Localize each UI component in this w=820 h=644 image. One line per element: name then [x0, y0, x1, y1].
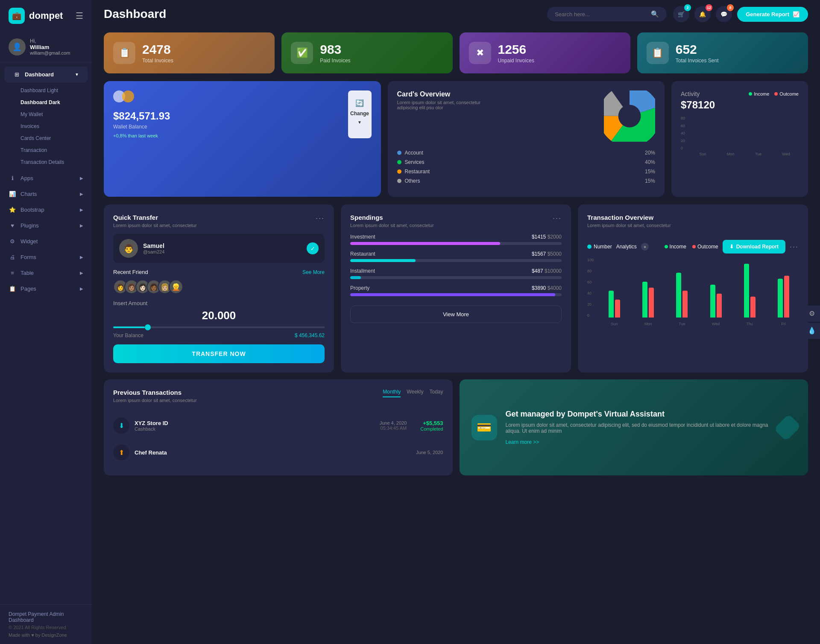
spending-investment-name: Investment: [350, 234, 375, 240]
floating-theme-button[interactable]: 💧: [804, 323, 820, 339]
account-pct: 20%: [645, 150, 655, 156]
forms-label: Forms: [20, 254, 80, 260]
pt-tab-monthly[interactable]: Monthly: [383, 389, 401, 397]
tx-date-2: June 5, 2020: [416, 450, 443, 455]
sidebar-item-transaction-details[interactable]: Transaction Details: [20, 156, 92, 168]
tx-status-1: Completed: [420, 426, 443, 431]
spending-installment-name: Installment: [350, 268, 375, 274]
sidebar-item-forms[interactable]: 🖨 Forms ▶: [0, 249, 92, 265]
restaurant-amt: $1567: [532, 251, 546, 257]
forms-arrow-icon: ▶: [80, 255, 83, 259]
spending-restaurant-header: Restaurant $1567 $5000: [350, 251, 562, 257]
property-fill: [350, 293, 555, 296]
others-label: Others: [405, 178, 420, 184]
tx-icon-2: ⬆: [113, 444, 129, 460]
card-inner: $824,571.93 Wallet Balance +0,8% than la…: [113, 90, 372, 138]
number-filter[interactable]: Number: [587, 244, 612, 250]
va-icon: 💳: [472, 415, 497, 440]
to-menu-icon[interactable]: ···: [790, 242, 799, 251]
hamburger-icon[interactable]: ☰: [76, 11, 83, 21]
bootstrap-icon: ⭐: [9, 207, 16, 213]
generate-report-button[interactable]: Generate Report 📈: [737, 7, 808, 22]
sidebar-item-apps[interactable]: ℹ Apps ▶: [0, 170, 92, 186]
search-input[interactable]: [555, 11, 647, 17]
chat-button[interactable]: 💬 8: [716, 6, 732, 22]
restaurant-label: Restaurant: [405, 169, 430, 175]
to-outcome-label: Outcome: [697, 244, 718, 250]
tx-amount-area-1: +$5,553 Completed: [420, 420, 443, 431]
spending-property: Property $3890 $4000: [350, 285, 562, 296]
arrow-down-icon: ▼: [357, 120, 362, 125]
search-box[interactable]: 🔍: [547, 7, 667, 21]
sidebar-item-dashboard-light[interactable]: Dashboard Light: [20, 85, 92, 96]
sidebar-item-transaction[interactable]: Transaction: [20, 144, 92, 156]
sidebar-item-invoices[interactable]: Invoices: [20, 120, 92, 132]
slider-thumb[interactable]: [145, 324, 151, 330]
va-link[interactable]: Learn more >>: [506, 439, 770, 445]
sidebar-item-charts[interactable]: 📊 Charts ▶: [0, 186, 92, 202]
user-email: william@gmail.com: [30, 50, 70, 55]
prev-transactions-widget: Previous Transactions Lorem ipsum dolor …: [104, 379, 453, 475]
sidebar-item-cards-center[interactable]: Cards Center: [20, 132, 92, 144]
installment-progress: [350, 276, 562, 279]
floating-settings-button[interactable]: ⚙: [804, 306, 820, 322]
sidebar-item-dashboard-dark[interactable]: Dashboard Dark: [20, 96, 92, 108]
legend-services: Services 40%: [397, 159, 656, 165]
outcome-legend-label: Outcome: [779, 91, 799, 96]
spendings-menu-icon[interactable]: ···: [553, 214, 562, 223]
activity-bars: 806040200: [681, 116, 799, 150]
to-y-axis: 100806040200: [587, 258, 598, 318]
balance-label: Your Balance: [113, 332, 144, 338]
pt-header-text: Previous Transactions Lorem ipsum dolor …: [113, 389, 197, 409]
to-bar-thu: [735, 258, 765, 318]
friend-6[interactable]: 👱: [169, 280, 183, 294]
transaction-row-2: ⬆ Chef Renata June 5, 2020: [113, 439, 443, 466]
transaction-overview-widget: Transaction Overview Lorem ipsum dolor s…: [578, 204, 808, 373]
to-x-labels: Sun Mon Tue Wed Thu Fri: [599, 322, 799, 326]
overview-chart: [604, 90, 655, 143]
overview-legend: Account 20% Services 40% Restaurant 15%: [397, 150, 656, 184]
investment-amt: $1415: [532, 234, 546, 240]
sidebar-item-bootstrap[interactable]: ⭐ Bootstrap ▶: [0, 202, 92, 218]
change-button[interactable]: 🔄 Change ▼: [348, 90, 372, 138]
qt-menu-icon[interactable]: ···: [316, 214, 325, 223]
cart-button[interactable]: 🛒 2: [673, 6, 689, 22]
sidebar-item-my-wallet[interactable]: My Wallet: [20, 108, 92, 120]
see-more-link[interactable]: See More: [302, 269, 325, 275]
sidebar-item-dashboard[interactable]: ⊞ Dashboard ▼: [4, 67, 88, 82]
transfer-now-button[interactable]: TRANSFER NOW: [113, 344, 325, 363]
amount-slider[interactable]: [113, 326, 325, 328]
amount-display: 20.000: [113, 309, 325, 322]
to-bar-fri: [768, 258, 799, 318]
sidebar-item-table[interactable]: ≡ Table ▶: [0, 265, 92, 281]
download-btn-label: Download Report: [736, 244, 779, 250]
bell-badge: 12: [706, 4, 712, 11]
total-invoices-content: 2478 Total Invoices: [142, 42, 173, 64]
pt-tab-today[interactable]: Today: [429, 389, 443, 397]
tx-name-2: Chef Renata: [135, 449, 167, 456]
number-dot: [587, 245, 592, 249]
sidebar: 💼 dompet ☰ 👤 Hi, William william@gmail.c…: [0, 0, 92, 644]
analytics-filter[interactable]: Analytics: [616, 244, 637, 250]
va-desc: Lorem ipsum dolor sit amet, consectetur …: [506, 422, 770, 434]
to-bars: [599, 258, 799, 318]
pt-tab-weekly[interactable]: Weekly: [407, 389, 423, 397]
sidebar-item-pages[interactable]: 📋 Pages ▶: [0, 281, 92, 297]
sent-invoices-content: 652 Total Invoices Sent: [676, 42, 719, 64]
download-report-button[interactable]: ⬇ Download Report: [723, 240, 785, 254]
total-invoices-num: 2478: [142, 42, 173, 56]
bell-button[interactable]: 🔔 12: [694, 6, 711, 22]
to-legend: Income Outcome: [665, 244, 718, 250]
apps-label: Apps: [20, 175, 80, 181]
to-x-fri: Fri: [768, 322, 799, 326]
view-more-button[interactable]: View More: [350, 306, 562, 323]
overview-text: Card's Overview Lorem ipsum dolor sit am…: [397, 90, 483, 110]
filter-toggle[interactable]: ●: [641, 243, 649, 251]
activity-amount: $78120: [681, 99, 799, 111]
sent-invoices-num: 652: [676, 42, 719, 56]
user-details: Hi, William william@gmail.com: [30, 38, 70, 55]
sidebar-item-widget[interactable]: ⚙ Widget: [0, 233, 92, 249]
to-sub: Lorem ipsum dolor sit amet, consectetur: [587, 223, 671, 228]
sidebar-item-plugins[interactable]: ♥ Plugins ▶: [0, 218, 92, 233]
spending-property-amt: $3890 $4000: [532, 285, 562, 291]
